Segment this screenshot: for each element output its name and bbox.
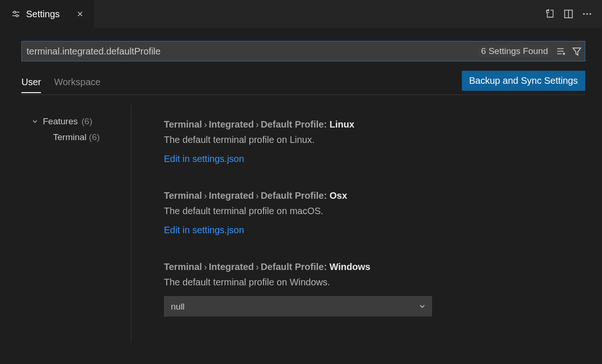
settings-tree: Features (6) Terminal (6) [21, 105, 131, 343]
tree-label: Features [43, 116, 78, 127]
settings-icon [11, 9, 20, 19]
scope-row: User Workspace Backup and Sync Settings [21, 71, 585, 95]
tree-count: (6) [89, 132, 100, 142]
default-profile-windows-select[interactable]: null [164, 296, 432, 317]
setting-default-profile-windows: Terminal›Integrated›Default Profile: Win… [164, 262, 585, 317]
tab-user[interactable]: User [21, 73, 41, 93]
setting-description: The default terminal profile on Windows. [164, 277, 585, 288]
tab-label: Settings [26, 9, 60, 20]
tree-item-terminal[interactable]: Terminal (6) [31, 129, 131, 145]
tree-label: Terminal [53, 132, 87, 142]
svg-point-10 [589, 13, 591, 15]
tab-bar: Settings [0, 0, 602, 28]
svg-point-2 [14, 11, 16, 13]
search-row: 6 Settings Found [21, 41, 585, 61]
results-count: 6 Settings Found [478, 45, 551, 57]
svg-point-3 [16, 15, 18, 17]
setting-description: The default terminal profile on Linux. [164, 135, 585, 145]
setting-default-profile-osx: Terminal›Integrated›Default Profile: Osx… [164, 190, 585, 236]
setting-title: Terminal›Integrated›Default Profile: Lin… [164, 119, 585, 130]
backup-sync-button[interactable]: Backup and Sync Settings [462, 71, 585, 91]
edit-in-settings-json-link[interactable]: Edit in settings.json [164, 154, 244, 164]
tree-item-features[interactable]: Features (6) [31, 114, 131, 129]
edit-in-settings-json-link[interactable]: Edit in settings.json [164, 225, 244, 235]
filter-icon[interactable] [571, 46, 582, 57]
tab-workspace[interactable]: Workspace [54, 73, 101, 93]
split-editor-icon[interactable] [563, 8, 574, 20]
setting-default-profile-linux: Terminal›Integrated›Default Profile: Lin… [164, 119, 585, 164]
chevron-down-icon [31, 117, 39, 126]
svg-point-8 [583, 13, 585, 15]
setting-title: Terminal›Integrated›Default Profile: Osx [164, 190, 585, 201]
setting-title: Terminal›Integrated›Default Profile: Win… [164, 262, 585, 272]
settings-list: Terminal›Integrated›Default Profile: Lin… [131, 105, 585, 343]
clear-search-icon[interactable] [555, 46, 567, 57]
setting-description: The default terminal profile on macOS. [164, 206, 585, 216]
close-icon[interactable] [74, 8, 86, 20]
open-changes-icon[interactable] [544, 8, 555, 20]
tree-count: (6) [81, 116, 92, 127]
more-actions-icon[interactable] [582, 8, 593, 20]
svg-point-9 [586, 13, 588, 15]
tab-settings[interactable]: Settings [0, 0, 94, 28]
